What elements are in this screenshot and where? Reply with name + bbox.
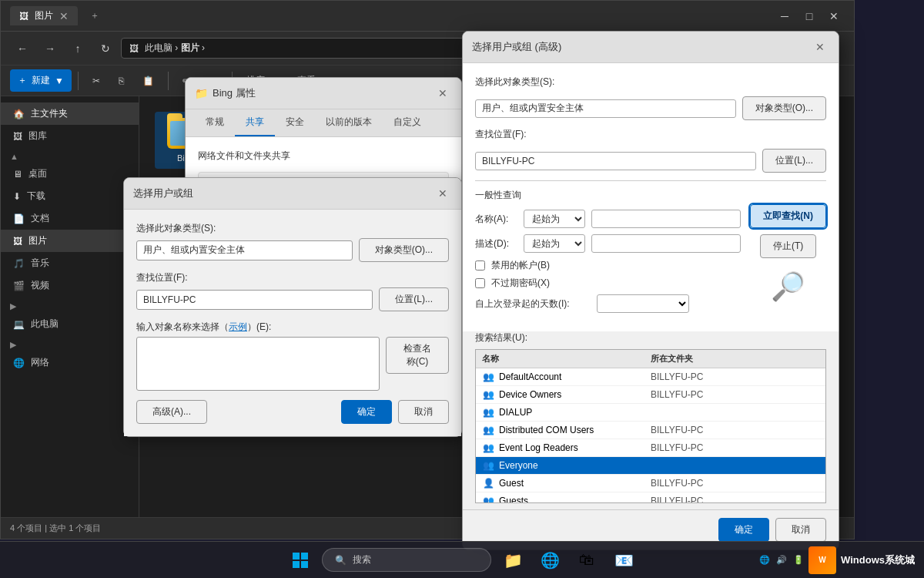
name-filter-input[interactable]: [591, 210, 741, 228]
obj-type-btn[interactable]: 对象类型(O)...: [359, 238, 449, 262]
sidebar-item-pictures[interactable]: 🖼 图片: [1, 230, 139, 252]
adv-location-input[interactable]: [475, 152, 756, 170]
name-filter-select[interactable]: 起始为: [524, 210, 585, 228]
tab-share[interactable]: 共享: [235, 109, 275, 136]
sidebar-item-videos[interactable]: 🎬 视频: [1, 274, 139, 297]
sidebar-item-network[interactable]: 🌐 网络: [1, 351, 139, 374]
check-names-btn[interactable]: 检查名称(C): [386, 337, 449, 374]
sidebar-videos-label: 视频: [31, 279, 49, 292]
disabled-accounts-checkbox[interactable]: [475, 260, 485, 271]
result-row[interactable]: 👥DefaultAccount BILLYFU-PC: [476, 368, 825, 386]
taskbar-explorer-btn[interactable]: 📁: [497, 545, 528, 576]
adv-obj-type-input[interactable]: [475, 99, 736, 118]
location-btn[interactable]: 位置(L)...: [379, 287, 449, 311]
minimize-btn[interactable]: ─: [774, 5, 795, 27]
back-btn[interactable]: ←: [10, 36, 35, 61]
location-input[interactable]: [136, 290, 373, 310]
result-row[interactable]: 👥Everyone: [476, 457, 825, 475]
sidebar-item-desktop[interactable]: 🖥 桌面: [1, 163, 139, 185]
new-arrow: ▼: [55, 76, 64, 86]
new-btn[interactable]: ＋ 新建 ▼: [10, 69, 72, 92]
adv-location-btn[interactable]: 位置(L)...: [762, 149, 826, 173]
col-header-name: 名称: [482, 353, 651, 365]
search-now-btn[interactable]: 立即查找(N): [750, 204, 826, 228]
adv-obj-type-input-row: 对象类型(O)...: [475, 96, 826, 120]
sidebar-item-computer[interactable]: 💻 此电脑: [1, 313, 139, 335]
taskbar-store-btn[interactable]: 🛍: [571, 545, 602, 576]
refresh-btn[interactable]: ↻: [93, 36, 118, 61]
tab-general[interactable]: 常规: [195, 109, 235, 136]
result-row[interactable]: 👤Guest BILLYFU-PC: [476, 475, 825, 492]
sidebar-section-network: ▶: [1, 335, 139, 351]
advanced-btn[interactable]: 高级(A)...: [136, 400, 207, 424]
obj-name-row: 检查名称(C): [136, 337, 449, 391]
advanced-cancel-btn[interactable]: 取消: [775, 518, 826, 542]
svg-rect-1: [301, 553, 308, 560]
advanced-ok-btn[interactable]: 确定: [718, 518, 769, 542]
no-expire-checkbox[interactable]: [475, 278, 485, 288]
result-row[interactable]: 👥Event Log Readers BILLYFU-PC: [476, 439, 825, 457]
select-user-ok-btn[interactable]: 确定: [341, 400, 392, 424]
new-tab-btn[interactable]: ＋: [84, 6, 105, 25]
result-name-2: 👥DIALUP: [482, 406, 651, 418]
days-select[interactable]: [597, 294, 689, 313]
result-row[interactable]: 👥Device Owners BILLYFU-PC: [476, 386, 825, 404]
result-row[interactable]: 👥Guests BILLYFU-PC: [476, 492, 825, 503]
explorer-titlebar: 🖼 图片 ✕ ＋ ─ □ ✕: [1, 1, 854, 32]
advanced-titlebar: 选择用户或组 (高级) ✕: [463, 32, 839, 63]
taskbar: 🔍 搜索 📁 🌐 🛍 📧 🌐 🔊 🔋 W Windows系统城: [0, 541, 924, 578]
taskbar-search[interactable]: 🔍 搜索: [322, 548, 491, 572]
advanced-close-btn[interactable]: ✕: [811, 38, 829, 56]
general-query-label: 一般性查询: [475, 189, 741, 202]
sidebar-item-downloads[interactable]: ⬇ 下载: [1, 185, 139, 207]
adv-obj-type-btn[interactable]: 对象类型(O)...: [742, 96, 826, 120]
advanced-body: 选择此对象类型(S): 对象类型(O)... 查找位置(F): 位置(L)...…: [463, 63, 839, 331]
paste-btn[interactable]: 📋: [135, 71, 162, 91]
results-list[interactable]: 名称 所在文件夹 👥DefaultAccount BILLYFU-PC 👥Dev…: [475, 349, 826, 503]
cut-btn[interactable]: ✂: [85, 71, 108, 91]
obj-name-label: 输入对象名称来选择（示例）(E):: [136, 321, 449, 334]
search-placeholder: 搜索: [353, 553, 371, 566]
sidebar-item-gallery[interactable]: 🖼 图库: [1, 125, 139, 147]
desc-filter-label: 描述(D):: [475, 237, 517, 250]
result-name-6: 👤Guest: [482, 477, 651, 489]
result-name-3: 👥Distributed COM Users: [482, 424, 651, 436]
tab-close-btn[interactable]: ✕: [59, 10, 69, 22]
examples-link[interactable]: 示例: [229, 321, 247, 332]
user-icon-5: 👥: [482, 459, 494, 472]
obj-type-input[interactable]: [136, 240, 353, 260]
copy-btn[interactable]: ⎘: [111, 71, 132, 91]
result-row[interactable]: 👥Distributed COM Users BILLYFU-PC: [476, 422, 825, 439]
explorer-tab[interactable]: 🖼 图片 ✕: [10, 6, 78, 25]
sidebar-section-computer: ▶: [1, 297, 139, 313]
sidebar-music-label: 音乐: [31, 257, 49, 270]
select-user-small-close-btn[interactable]: ✕: [434, 184, 452, 203]
tab-customize[interactable]: 自定义: [383, 109, 432, 136]
result-name-0: 👥DefaultAccount: [482, 371, 651, 383]
sidebar-item-music[interactable]: 🎵 音乐: [1, 252, 139, 274]
maximize-btn[interactable]: □: [798, 5, 820, 27]
taskbar-browser-btn[interactable]: 🌐: [534, 545, 565, 576]
sidebar-item-documents[interactable]: 📄 文档: [1, 207, 139, 230]
start-btn[interactable]: [285, 545, 316, 576]
result-row[interactable]: 👥DIALUP: [476, 404, 825, 422]
bing-props-close-btn[interactable]: ✕: [434, 84, 452, 102]
tab-security[interactable]: 安全: [275, 109, 315, 136]
stop-btn[interactable]: 停止(T): [760, 234, 816, 258]
toolbar-sep-2: [168, 72, 169, 90]
desc-filter-input[interactable]: [591, 234, 741, 253]
result-loc-4: BILLYFU-PC: [651, 442, 819, 453]
desc-filter-row: 描述(D): 起始为: [475, 234, 741, 253]
obj-name-textarea[interactable]: [136, 337, 380, 391]
search-illustration: 🔎: [771, 271, 805, 303]
up-btn[interactable]: ↑: [65, 36, 90, 61]
user-icon-4: 👥: [482, 442, 494, 454]
sidebar-item-home[interactable]: 🏠 主文件夹: [1, 102, 139, 125]
desc-filter-select[interactable]: 起始为: [524, 234, 585, 253]
select-user-cancel-btn[interactable]: 取消: [398, 400, 449, 424]
tab-previous[interactable]: 以前的版本: [315, 109, 383, 136]
pictures-icon: 🖼: [13, 236, 22, 247]
taskbar-mail-btn[interactable]: 📧: [608, 545, 639, 576]
close-btn[interactable]: ✕: [823, 5, 845, 27]
forward-btn[interactable]: →: [38, 36, 62, 61]
